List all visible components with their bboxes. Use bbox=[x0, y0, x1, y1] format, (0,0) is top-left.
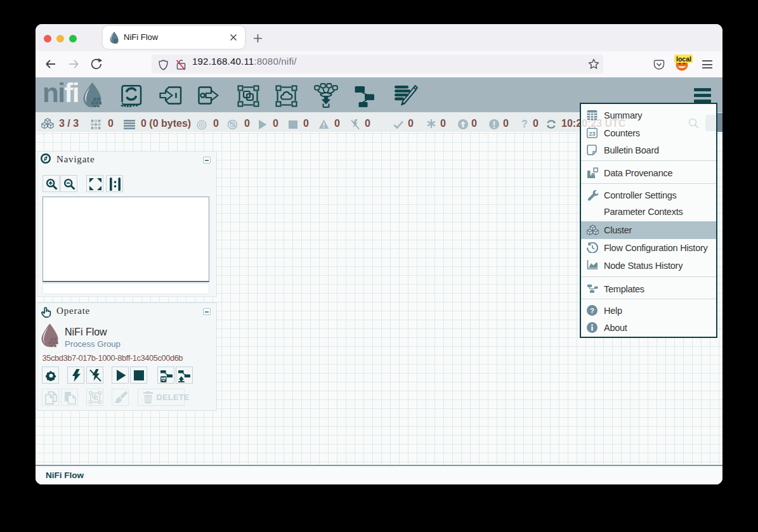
svg-text:?: ? bbox=[590, 307, 594, 315]
svg-text:23: 23 bbox=[589, 131, 595, 137]
